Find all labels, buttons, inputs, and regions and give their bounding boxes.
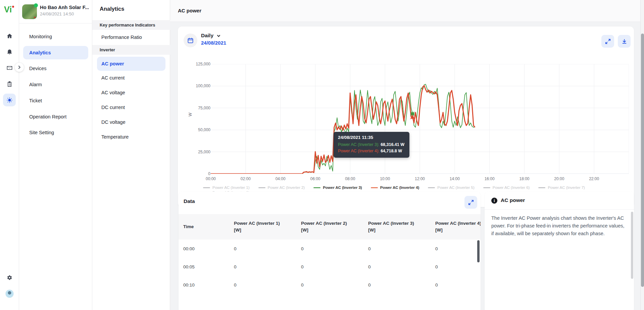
sidebar-item-devices[interactable]: Devices [23, 62, 88, 75]
x-tick-label: 06:00 [305, 176, 326, 181]
legend-item-power-ac-inverter-4-[interactable]: Power AC (Inverter 4) [371, 186, 419, 190]
table-row: 00:100000 [179, 276, 481, 294]
legend-dash [371, 187, 378, 188]
table-cell: 0 [363, 264, 431, 269]
tooltip-series-label: Power AC (Inverter 4): [338, 149, 380, 153]
data-table: TimePower AC (Inverter 1)[W]Power AC (In… [179, 214, 481, 294]
sidebar-item-monitoring[interactable]: Monitoring [23, 30, 88, 43]
x-tick-label: 02:00 [235, 176, 256, 181]
analytics-panel: Analytics Key performance Indicators Per… [92, 0, 170, 310]
window-scrollbar[interactable] [640, 0, 644, 310]
legend-dash [428, 187, 435, 188]
data-card-title: Data [184, 198, 195, 204]
sidebar-item-alarm[interactable]: Alarm [23, 78, 88, 91]
info-card-header: i AC power [485, 192, 634, 210]
table-header-cell: Power AC (Inverter 3)[W] [363, 220, 431, 233]
sidebar-item-ticket[interactable]: Ticket [23, 94, 88, 107]
table-header-cell: Time [179, 223, 229, 230]
x-tick-label: 20:00 [548, 176, 570, 181]
table-cell: 0 [229, 246, 296, 251]
site-header[interactable]: Ho Bao Anh Solar F... 24/08/2021 14:50 [19, 0, 92, 23]
main-content: AC power Daily 24/08/2021 [170, 0, 644, 310]
site-timestamp: 24/08/2021 14:50 [40, 11, 74, 16]
ac-power-chart[interactable] [211, 64, 629, 174]
clipboard-icon[interactable] [3, 78, 16, 90]
legend-dash [483, 187, 490, 188]
sidebar-item-operation-report[interactable]: Operation Report [23, 110, 88, 123]
legend-dash [258, 187, 265, 188]
sun-icon[interactable] [3, 94, 16, 106]
sidebar-item-site-setting[interactable]: Site Setting [23, 126, 88, 139]
brand-logo-text: Vi [4, 5, 12, 14]
y-tick-label: 0 [187, 171, 210, 176]
table-row: 00:000000 [179, 240, 481, 258]
info-scrollbar[interactable] [631, 212, 633, 279]
legend-item-power-ac-inverter-1-[interactable]: Power AC (Inverter 1) [203, 186, 250, 190]
table-scrollbar[interactable] [477, 240, 480, 262]
panel-item-temperature[interactable]: Temperature [97, 130, 165, 144]
legend-item-power-ac-inverter-7-[interactable]: Power AC (Inverter 7) [538, 186, 585, 190]
table-cell: 0 [363, 246, 431, 251]
chart-fullscreen-button[interactable] [601, 35, 614, 48]
site-thumbnail-detail [34, 17, 36, 18]
legend-item-power-ac-inverter-5-[interactable]: Power AC (Inverter 5) [428, 186, 475, 190]
page-title: AC power [178, 8, 201, 13]
table-header-cell: Power AC (Inverter 2)[W] [296, 220, 363, 233]
sidebar-item-analytics[interactable]: Analytics [23, 46, 88, 59]
bell-icon[interactable] [3, 46, 16, 58]
home-icon[interactable] [3, 30, 16, 42]
calendar-icon [187, 37, 194, 44]
chart-download-button[interactable] [618, 35, 631, 48]
fullscreen-icon [605, 39, 611, 44]
page-header: AC power [170, 0, 644, 22]
table-fullscreen-button[interactable] [464, 196, 477, 209]
date-value[interactable]: 24/08/2021 [201, 40, 226, 46]
table-cell: 0 [296, 264, 363, 269]
legend-item-power-ac-inverter-3-[interactable]: Power AC (Inverter 3) [313, 186, 362, 190]
x-tick-label: 10:00 [374, 176, 396, 181]
panel-item-dc-voltage[interactable]: DC voltage [97, 115, 165, 129]
y-tick-label: 125,000 [187, 62, 210, 66]
legend-item-power-ac-inverter-2-[interactable]: Power AC (Inverter 2) [258, 186, 305, 190]
legend-item-power-ac-inverter-6-[interactable]: Power AC (Inverter 6) [483, 186, 530, 190]
user-avatar[interactable] [5, 290, 14, 298]
panel-title: Analytics [100, 6, 124, 12]
tooltip-series-label: Power AC (Inverter 3): [338, 142, 380, 147]
table-cell: 0 [431, 246, 481, 251]
table-row: 00:050000 [179, 258, 481, 276]
legend-label: Power AC (Inverter 6) [493, 186, 530, 190]
calendar-button[interactable] [184, 34, 197, 47]
period-selector[interactable]: Daily [201, 33, 220, 39]
legend-dash [538, 187, 545, 188]
window-scrollbar-thumb[interactable] [641, 34, 644, 287]
sidebar-collapse-button[interactable] [15, 63, 24, 72]
site-online-dot [34, 3, 38, 7]
info-card-body: The Inverter AC Power analysis chart sho… [491, 214, 626, 238]
table-header-cell: Power AC (Inverter 1)[W] [229, 220, 296, 233]
gear-icon[interactable] [3, 271, 16, 284]
y-tick-label: 100,000 [187, 84, 210, 88]
app-window: Vi Ho Bao Anh Solar F... [0, 0, 644, 310]
table-cell: 0 [229, 282, 296, 288]
panel-item-ac-voltage[interactable]: AC voltage [97, 86, 165, 100]
panel-item-performance-ratio[interactable]: Performance Ratio [97, 30, 165, 44]
mail-icon[interactable] [3, 61, 16, 74]
legend-dash [313, 187, 320, 188]
table-cell: 0 [229, 264, 296, 269]
section-header-inverter: Inverter [92, 45, 170, 55]
legend-label: Power AC (Inverter 2) [268, 186, 305, 190]
brand-logo[interactable]: Vi [4, 5, 17, 16]
panel-item-ac-power[interactable]: AC power [97, 57, 165, 71]
legend-label: Power AC (Inverter 3) [323, 186, 362, 190]
panel-item-ac-current[interactable]: AC current [97, 71, 165, 85]
panel-item-dc-current[interactable]: DC current [97, 100, 165, 114]
table-cell: 00:00 [179, 246, 229, 251]
info-icon: i [491, 198, 497, 204]
period-label: Daily [201, 33, 213, 38]
chevron-right-icon [17, 65, 21, 69]
x-tick-label: 18:00 [514, 176, 535, 181]
y-axis-label: W [188, 113, 193, 116]
nav-sidebar: Ho Bao Anh Solar F... 24/08/2021 14:50 M… [19, 0, 92, 310]
legend-label: Power AC (Inverter 5) [437, 186, 475, 190]
info-card-title: AC power [501, 197, 525, 203]
